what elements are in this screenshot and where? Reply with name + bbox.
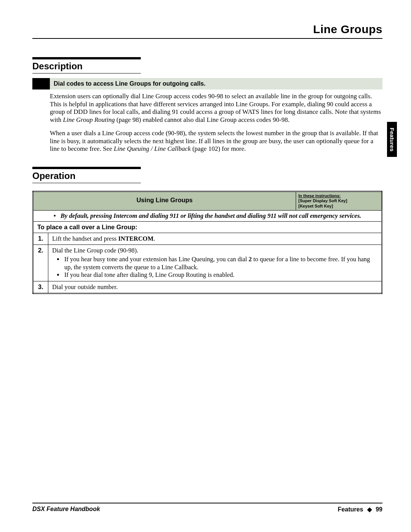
description-paragraph-2: When a user dials a Line Group access co…: [50, 129, 382, 153]
step-num: 3.: [33, 281, 48, 294]
step1-a: Lift the handset and press: [52, 235, 118, 242]
step2-a: Dial the Line Group code (90-98).: [52, 247, 138, 254]
section-operation-head: Operation: [32, 167, 382, 183]
section-rule-bottom: [32, 73, 141, 73]
op-subheader-row: To place a call over a Line Group:: [33, 221, 382, 233]
b1bold: 2: [249, 256, 252, 263]
step-num: 2.: [33, 245, 48, 281]
footer-page-info: Features ◆ 99: [338, 506, 382, 513]
op-notes-underline: In these instructions:: [298, 193, 341, 198]
p1b: (page 98) enabled cannot also dial Line …: [115, 116, 290, 123]
callout-black-box: [32, 78, 50, 89]
step2-b2: If you hear dial tone after dialing 9, L…: [64, 271, 378, 279]
step-body: Dial the Line Group code (90-98). If you…: [48, 245, 382, 281]
op-notes-l2: [Keyset Soft Key]: [298, 204, 333, 208]
section-title-operation: Operation: [32, 171, 382, 181]
p2b: (page 102) for more.: [191, 145, 246, 152]
p2ref: Line Queuing / Line Callback: [114, 145, 191, 152]
footer-section-label: Features: [338, 506, 363, 513]
header-rule: [32, 38, 382, 39]
op-subheader-text: To place a call over a Line Group:: [33, 221, 382, 233]
side-tab-features: Features: [387, 122, 397, 157]
step2-b1: If you hear busy tone and your extension…: [64, 256, 378, 271]
op-step-1: 1. Lift the handset and press INTERCOM.: [33, 233, 382, 245]
description-paragraph-1: Extension users can optionally dial Line…: [50, 93, 382, 124]
step3-a: Dial your outside number.: [52, 283, 118, 291]
section-rule-bottom-2: [32, 183, 141, 183]
section-operation: Operation Using Line Groups In these ins…: [32, 167, 382, 294]
op-table-header: Using Line Groups In these instructions:…: [33, 192, 382, 211]
page-title: Line Groups: [32, 23, 382, 38]
description-callout: Dial codes to access Line Groups for out…: [32, 78, 382, 89]
footer-page-number: 99: [376, 506, 382, 513]
step-num: 1.: [33, 233, 48, 245]
b1a: If you hear busy tone and your extension…: [64, 256, 249, 263]
step2-bullets: If you hear busy tone and your extension…: [64, 256, 378, 279]
side-tab-label: Features: [389, 128, 395, 152]
footer-rule: [32, 503, 382, 503]
page: Line Groups Description Dial codes to ac…: [32, 23, 382, 507]
b2a: If you hear dial tone after dialing 9, L…: [64, 271, 234, 278]
step1-bold: INTERCOM: [118, 235, 154, 242]
section-description-head: Description: [32, 57, 382, 73]
page-footer: DSX Feature Handbook Features ◆ 99: [32, 503, 382, 513]
op-step-2: 2. Dial the Line Group code (90-98). If …: [33, 245, 382, 281]
step-body: Dial your outside number.: [48, 281, 382, 294]
footer-book-title: DSX Feature Handbook: [32, 506, 100, 513]
op-warning-row: • By default, pressing Intercom and dial…: [33, 210, 382, 221]
op-notes-l1: [Super Display Soft Key]: [298, 198, 347, 203]
diamond-icon: ◆: [367, 506, 372, 513]
section-title-description: Description: [32, 61, 382, 72]
section-rule-top: [32, 57, 141, 59]
step-body: Lift the handset and press INTERCOM.: [48, 233, 382, 245]
op-table-notes: In these instructions: [Super Display So…: [296, 192, 381, 210]
op-warning-text: • By default, pressing Intercom and dial…: [33, 210, 382, 221]
op-table-title: Using Line Groups: [33, 192, 296, 210]
step1-b: .: [153, 235, 155, 242]
p1ref: Line Group Routing: [63, 116, 115, 123]
operation-table: Using Line Groups In these instructions:…: [32, 191, 382, 294]
callout-text: Dial codes to access Line Groups for out…: [50, 78, 382, 89]
section-rule-top-2: [32, 167, 141, 169]
op-step-3: 3. Dial your outside number.: [33, 281, 382, 294]
